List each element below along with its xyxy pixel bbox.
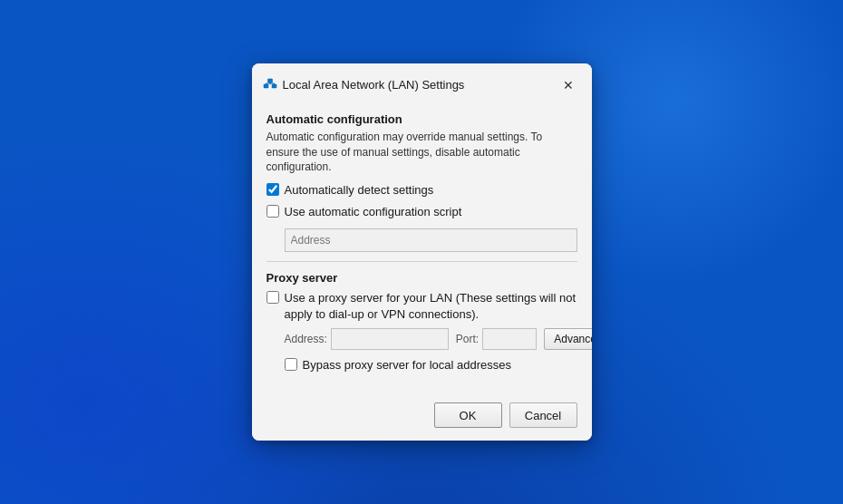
- bypass-row: Bypass proxy server for local addresses: [285, 357, 577, 373]
- proxy-port-group: Port:: [456, 328, 537, 350]
- section-divider: [266, 261, 577, 262]
- auto-script-row: Use automatic configuration script: [266, 204, 577, 220]
- port-label: Port:: [456, 333, 479, 345]
- advanced-button[interactable]: Advanced: [544, 328, 591, 350]
- proxy-address-group: Address:: [285, 328, 449, 350]
- automatic-config-section: Automatic configuration Automatic config…: [266, 112, 577, 252]
- use-proxy-row: Use a proxy server for your LAN (These s…: [266, 290, 577, 323]
- dialog-titlebar: Local Area Network (LAN) Settings ✕: [252, 63, 592, 105]
- bypass-label[interactable]: Bypass proxy server for local addresses: [303, 357, 511, 373]
- auto-detect-label[interactable]: Automatically detect settings: [285, 182, 434, 199]
- proxy-section-title: Proxy server: [266, 271, 577, 285]
- lan-settings-dialog: Local Area Network (LAN) Settings ✕ Auto…: [252, 63, 592, 441]
- auto-script-checkbox[interactable]: [266, 205, 279, 218]
- auto-detect-checkbox[interactable]: [266, 183, 279, 196]
- use-proxy-label[interactable]: Use a proxy server for your LAN (These s…: [285, 290, 577, 323]
- auto-script-address-input[interactable]: [285, 228, 577, 252]
- cancel-button[interactable]: Cancel: [509, 402, 577, 428]
- proxy-port-input[interactable]: [482, 328, 537, 350]
- use-proxy-checkbox[interactable]: [266, 291, 279, 304]
- svg-rect-2: [267, 79, 272, 82]
- auto-script-label[interactable]: Use automatic configuration script: [285, 204, 462, 220]
- automatic-config-title: Automatic configuration: [266, 112, 577, 126]
- bypass-checkbox[interactable]: [285, 358, 297, 371]
- dialog-footer: OK Cancel: [252, 393, 592, 441]
- dialog-title: Local Area Network (LAN) Settings: [283, 78, 550, 92]
- automatic-config-description: Automatic configuration may override man…: [266, 130, 577, 175]
- auto-detect-row: Automatically detect settings: [266, 182, 577, 199]
- ok-button[interactable]: OK: [434, 402, 502, 428]
- proxy-server-section: Proxy server Use a proxy server for your…: [266, 271, 577, 374]
- address-label: Address:: [285, 333, 327, 345]
- proxy-fields-row: Address: Port: Advanced: [285, 328, 577, 350]
- svg-rect-0: [264, 84, 268, 88]
- svg-rect-1: [272, 84, 276, 88]
- close-button[interactable]: ✕: [556, 73, 581, 98]
- proxy-address-input[interactable]: [331, 328, 449, 350]
- network-icon: [263, 76, 277, 93]
- dialog-body: Automatic configuration Automatic config…: [252, 105, 592, 393]
